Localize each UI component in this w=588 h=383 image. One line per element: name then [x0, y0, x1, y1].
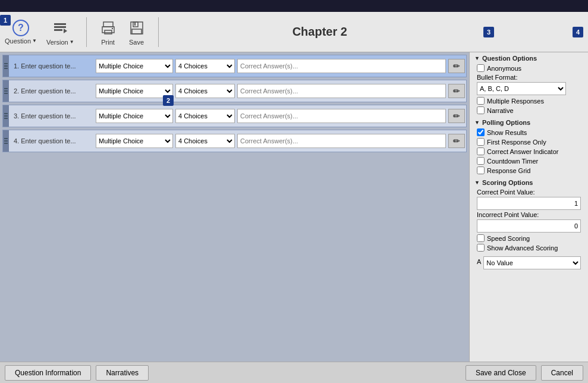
response-grid-checkbox[interactable] — [477, 167, 485, 174]
question-row[interactable]: 1. Enter question te... Multiple Choice … — [2, 55, 467, 77]
edit-button[interactable]: ✏ — [448, 109, 465, 123]
no-value-select[interactable]: No Value — [483, 256, 581, 269]
question-row[interactable]: 2. Enter question te... Multiple Choice … — [2, 80, 467, 102]
svg-rect-5 — [102, 27, 114, 33]
bullet-format-select[interactable]: A, B, C, D — [477, 82, 566, 95]
svg-rect-0 — [54, 23, 66, 25]
version-icon[interactable] — [51, 18, 70, 37]
question-row[interactable]: 3. Enter question te... Multiple Choice … — [2, 105, 467, 127]
show-results-label: Show Results — [487, 129, 527, 136]
drag-line — [4, 68, 8, 69]
choices-select[interactable]: 4 Choices 3 Choices2 Choices5 Choices — [175, 59, 235, 73]
badge4-wrapper: 4 — [573, 27, 583, 37]
version-label[interactable]: Version ▼ — [46, 39, 74, 46]
show-results-row: Show Results — [477, 128, 583, 136]
questions-container: 1. Enter question te... Multiple Choice … — [2, 55, 467, 152]
question-options-triangle[interactable]: ▼ — [474, 55, 480, 61]
correct-answer-checkbox[interactable] — [477, 147, 485, 155]
narratives-button[interactable]: Narratives — [96, 365, 149, 381]
choices-select[interactable]: 4 Choices 3 Choices2 Choices5 Choices — [175, 109, 235, 123]
correct-answer-label: Correct Answer Indicator — [487, 148, 558, 155]
question-tool-group: 1 ? Question ▼ — [5, 20, 37, 45]
bullet-format-label: Bullet Format: — [477, 74, 583, 81]
question-row[interactable]: 4. Enter question te... Multiple Choice … — [2, 130, 467, 152]
drag-line — [4, 63, 8, 64]
right-panel: ▼ Question Options Anonymous Bullet Form… — [469, 52, 588, 362]
question-type-select[interactable]: Multiple Choice True/FalseShort AnswerEs… — [96, 84, 173, 98]
question-type-select[interactable]: Multiple Choice True/FalseShort AnswerEs… — [96, 134, 173, 148]
correct-point-label: Correct Point Value: — [477, 189, 583, 196]
polling-options-triangle[interactable]: ▼ — [474, 120, 480, 125]
answer-input[interactable] — [237, 134, 446, 148]
anonymous-checkbox[interactable] — [477, 64, 485, 72]
narrative-row: Narrative — [477, 106, 583, 114]
question-text: 1. Enter question te... — [11, 61, 95, 71]
drag-handle[interactable] — [3, 55, 9, 77]
scoring-options-title: Scoring Options — [482, 179, 533, 186]
edit-button[interactable]: ✏ — [448, 134, 465, 148]
drag-lines — [4, 63, 8, 69]
countdown-label: Countdown Timer — [487, 158, 538, 165]
drag-line — [4, 93, 8, 94]
version-dropdown-arrow[interactable]: ▼ — [70, 39, 74, 45]
question-label[interactable]: Question ▼ — [5, 37, 37, 45]
correct-answer-row: Correct Answer Indicator — [477, 147, 583, 155]
badge-1: 1 — [0, 15, 11, 26]
show-advanced-checkbox[interactable] — [477, 244, 485, 252]
incorrect-point-input[interactable] — [477, 219, 581, 233]
svg-marker-3 — [64, 29, 67, 33]
cancel-button[interactable]: Cancel — [541, 365, 583, 381]
badge-4: 4 — [573, 27, 583, 37]
edit-button[interactable]: ✏ — [448, 59, 465, 73]
save-group[interactable]: Save — [127, 18, 146, 46]
question-options-header: ▼ Question Options — [474, 55, 583, 62]
countdown-checkbox[interactable] — [477, 157, 485, 165]
answer-input[interactable] — [237, 59, 446, 73]
speed-scoring-checkbox[interactable] — [477, 234, 485, 242]
show-results-checkbox[interactable] — [477, 128, 485, 136]
drag-line — [4, 140, 8, 142]
print-icon[interactable] — [99, 18, 118, 37]
svg-rect-2 — [54, 29, 62, 31]
narrative-checkbox[interactable] — [477, 106, 485, 114]
question-type-select[interactable]: Multiple Choice True/FalseShort AnswerEs… — [96, 109, 173, 123]
multiple-responses-label: Multiple Responses — [487, 98, 544, 105]
incorrect-point-label: Incorrect Point Value: — [477, 211, 583, 218]
edit-button[interactable]: ✏ — [448, 84, 465, 98]
drag-handle[interactable] — [3, 105, 9, 127]
incorrect-point-input-row — [477, 219, 581, 233]
first-response-checkbox[interactable] — [477, 138, 485, 146]
answer-input[interactable] — [237, 84, 446, 98]
question-text: 2. Enter question te... — [11, 86, 95, 96]
main-area: 1. Enter question te... Multiple Choice … — [0, 52, 588, 362]
narrative-label: Narrative — [487, 107, 514, 114]
version-group[interactable]: Version ▼ — [46, 18, 74, 46]
drag-line — [4, 143, 8, 144]
drag-handle[interactable] — [3, 80, 9, 102]
answer-input[interactable] — [237, 109, 446, 123]
multiple-responses-checkbox[interactable] — [477, 97, 485, 105]
choices-select[interactable]: 4 Choices 3 Choices2 Choices5 Choices — [175, 84, 235, 98]
question-options-title: Question Options — [482, 55, 537, 62]
show-advanced-row: Show Advanced Scoring — [477, 244, 583, 252]
choices-select[interactable]: 4 Choices 3 Choices2 Choices5 Choices — [175, 134, 235, 148]
chapter-title: Chapter 2 — [171, 25, 469, 39]
save-icon[interactable] — [127, 18, 146, 37]
print-label: Print — [101, 39, 115, 46]
drag-line — [4, 113, 8, 114]
drag-lines — [4, 138, 8, 144]
drag-handle[interactable] — [3, 130, 9, 152]
question-info-button[interactable]: Question Information — [5, 365, 91, 381]
question-type-select[interactable]: Multiple Choice True/FalseShort AnswerEs… — [96, 59, 173, 73]
correct-point-input[interactable] — [477, 197, 581, 210]
save-close-button[interactable]: Save and Close — [466, 365, 536, 381]
question-dropdown-arrow[interactable]: ▼ — [32, 38, 37, 43]
drag-line — [4, 90, 8, 92]
anonymous-row: Anonymous — [477, 64, 583, 72]
help-icon[interactable]: ? — [12, 20, 29, 36]
svg-rect-1 — [54, 26, 66, 28]
scoring-options-triangle[interactable]: ▼ — [474, 180, 480, 186]
print-group[interactable]: Print — [99, 18, 118, 46]
drag-line — [4, 115, 8, 117]
speed-scoring-label: Speed Scoring — [487, 235, 530, 242]
